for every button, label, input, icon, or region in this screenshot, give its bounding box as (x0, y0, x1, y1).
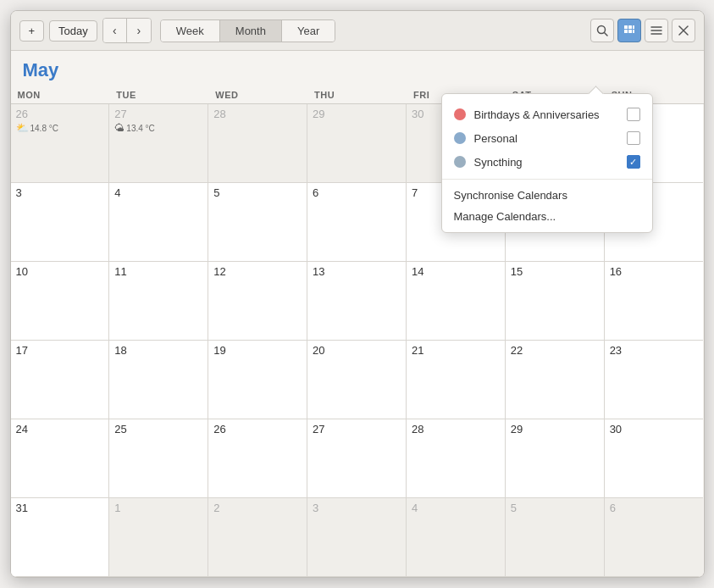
calendar-item-personal: Personal (442, 126, 652, 150)
view-tabs: Week Month Year (160, 19, 335, 42)
svg-rect-5 (628, 30, 632, 33)
next-button[interactable]: › (127, 19, 151, 42)
calendar-checkbox-personal[interactable] (627, 131, 640, 145)
calendar-color-dot (454, 108, 466, 120)
weather-temp: 14.8 °C (30, 124, 58, 133)
toolbar-right (590, 19, 695, 42)
table-row[interactable]: 12 (208, 262, 307, 341)
calendar-color-dot (454, 156, 466, 168)
weather-icon: 🌤 (114, 122, 125, 134)
manage-calendars-link[interactable]: Manage Calendars... (442, 206, 652, 227)
calendar-grid-icon (623, 25, 635, 36)
close-button[interactable] (672, 19, 695, 42)
table-row[interactable]: 5 (208, 183, 307, 262)
prev-button[interactable]: ‹ (103, 19, 127, 42)
svg-rect-6 (633, 25, 634, 29)
menu-button[interactable] (645, 19, 668, 42)
calendar-item-label: Personal (474, 132, 618, 145)
calendar-dropdown: Birthdays & Anniversaries Personal Synct… (441, 93, 653, 233)
today-button[interactable]: Today (49, 20, 97, 42)
weather-temp: 13.4 °C (126, 124, 154, 133)
table-row[interactable]: 10 (11, 262, 110, 341)
day-header-tue: TUE (109, 86, 208, 103)
svg-rect-2 (624, 25, 628, 29)
table-row[interactable]: 20 (307, 341, 407, 419)
table-row[interactable]: 27 (307, 419, 407, 498)
calendar-body: May MON TUE WED THU FRI SAT SUN 26 ⛅ 14.… (11, 51, 704, 577)
table-row[interactable]: 28 (407, 419, 506, 498)
svg-line-1 (604, 33, 607, 36)
table-row[interactable]: 26 (208, 419, 307, 498)
dropdown-separator (442, 179, 652, 180)
table-row[interactable]: 28 (208, 104, 307, 183)
table-row[interactable]: 15 (506, 262, 605, 341)
table-row[interactable]: 21 (407, 341, 506, 419)
table-row[interactable]: 27 🌤 13.4 °C (109, 104, 208, 183)
table-row[interactable]: 22 (506, 341, 605, 419)
day-header-wed: WED (208, 86, 307, 103)
hamburger-icon (650, 25, 662, 36)
calendar-checkbox-syncthing[interactable]: ✓ (627, 155, 640, 169)
table-row[interactable]: 1 (109, 498, 208, 577)
calendar-item-label: Birthdays & Anniversaries (474, 108, 618, 121)
table-row[interactable]: 6 (307, 183, 407, 262)
table-row[interactable]: 31 (11, 498, 110, 577)
table-row[interactable]: 18 (109, 341, 208, 419)
search-button[interactable] (590, 19, 614, 42)
table-row[interactable]: 25 (109, 419, 208, 498)
calendar-item-birthdays: Birthdays & Anniversaries (442, 103, 652, 126)
table-row[interactable]: 3 (11, 183, 110, 262)
calendar-window: + Today ‹ › Week Month Year (10, 10, 705, 578)
table-row[interactable]: 24 (11, 419, 110, 498)
table-row[interactable]: 5 (506, 498, 605, 577)
svg-rect-7 (633, 30, 634, 33)
calendar-color-dot (454, 132, 466, 144)
month-title: May (11, 51, 704, 86)
weather-icon: ⛅ (16, 122, 29, 134)
table-row[interactable]: 23 (605, 341, 704, 419)
tab-month[interactable]: Month (220, 20, 282, 42)
add-button[interactable]: + (19, 20, 45, 42)
table-row[interactable]: 11 (109, 262, 208, 341)
close-icon (678, 25, 689, 36)
svg-rect-3 (628, 25, 632, 29)
day-header-thu: THU (307, 86, 407, 103)
table-row[interactable]: 29 (307, 104, 407, 183)
calendar-list-button[interactable] (617, 19, 641, 42)
table-row[interactable]: 13 (307, 262, 407, 341)
tab-week[interactable]: Week (161, 20, 220, 42)
table-row[interactable]: 4 (407, 498, 506, 577)
calendar-checkbox-birthdays[interactable] (627, 108, 640, 121)
table-row[interactable]: 29 (506, 419, 605, 498)
table-row[interactable]: 26 ⛅ 14.8 °C (11, 104, 110, 183)
tab-year[interactable]: Year (282, 20, 335, 42)
table-row[interactable]: 16 (605, 262, 704, 341)
nav-group: ‹ › (102, 18, 152, 43)
search-icon (596, 25, 608, 36)
day-header-mon: MON (11, 86, 110, 103)
calendar-item-label: Syncthing (474, 156, 618, 169)
toolbar: + Today ‹ › Week Month Year (11, 11, 704, 51)
calendar-item-syncthing: Syncthing ✓ (442, 150, 652, 174)
table-row[interactable]: 19 (208, 341, 307, 419)
synchronise-calendars-link[interactable]: Synchronise Calendars (442, 185, 652, 206)
table-row[interactable]: 30 (605, 419, 704, 498)
table-row[interactable]: 2 (208, 498, 307, 577)
table-row[interactable]: 14 (407, 262, 506, 341)
table-row[interactable]: 6 (605, 498, 704, 577)
table-row[interactable]: 4 (109, 183, 208, 262)
table-row[interactable]: 3 (307, 498, 407, 577)
table-row[interactable]: 17 (11, 341, 110, 419)
svg-rect-4 (624, 30, 628, 33)
